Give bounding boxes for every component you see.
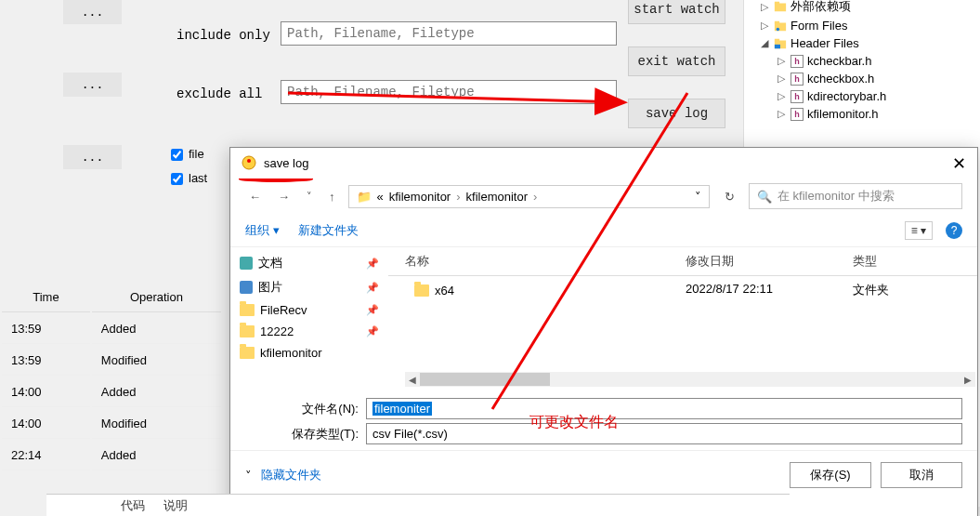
save-log-button[interactable]: save log: [628, 99, 725, 128]
col-time: Time: [2, 283, 90, 312]
breadcrumb[interactable]: 📁 « kfilemonitor› kfilemonitor› ˅: [348, 185, 711, 208]
last-checkbox[interactable]: last: [171, 171, 207, 186]
col-op: Operation: [92, 283, 221, 312]
refresh-icon[interactable]: ↻: [719, 190, 739, 204]
table-row: 13:59Added: [2, 314, 221, 344]
quick-access: 文档📌 图片📌 FileRecv📌 12222📌 kfilemonitor: [230, 247, 388, 387]
organize-menu[interactable]: 组织 ▾: [245, 222, 280, 239]
quick-12222[interactable]: 12222📌: [240, 321, 379, 342]
tree-file[interactable]: ▷hkcheckbar.h: [748, 52, 976, 70]
quick-filerecv[interactable]: FileRecv📌: [240, 299, 379, 321]
nav-up-icon[interactable]: ↑: [325, 190, 339, 204]
exclude-input[interactable]: [281, 80, 617, 104]
new-folder-button[interactable]: 新建文件夹: [298, 222, 359, 239]
annotation-underline: [239, 177, 313, 182]
dialog-title: save log: [264, 156, 308, 170]
help-icon[interactable]: ?: [946, 222, 962, 239]
annotation-text: 可更改文件名: [529, 413, 619, 432]
start-watch-button[interactable]: start watch: [628, 0, 725, 24]
tree-ext-deps[interactable]: ▷外部依赖项: [748, 0, 976, 17]
svg-rect-0: [775, 4, 786, 12]
table-row: 14:00Added: [2, 377, 221, 407]
nav-back-icon[interactable]: ←: [245, 190, 265, 204]
col-name[interactable]: 名称: [388, 253, 686, 270]
browse-button-2[interactable]: ...: [63, 73, 122, 97]
search-icon: 🔍: [757, 190, 772, 204]
filename-label: 文件名(N):: [245, 401, 366, 417]
h-scrollbar[interactable]: ◀▶: [405, 372, 975, 387]
table-row: 14:00Modified: [2, 409, 221, 439]
col-type[interactable]: 类型: [853, 253, 977, 270]
svg-rect-6: [775, 38, 779, 41]
folder-icon: [414, 284, 429, 297]
quick-km[interactable]: kfilemonitor: [240, 342, 379, 364]
quick-docs[interactable]: 文档📌: [240, 251, 379, 275]
table-row: 22:14Added: [2, 441, 221, 470]
view-button[interactable]: ≡ ▾: [905, 221, 933, 240]
svg-rect-1: [775, 2, 779, 5]
chevron-down-icon[interactable]: ˅: [245, 469, 252, 483]
file-checkbox[interactable]: file: [171, 147, 204, 162]
filetype-label: 保存类型(T):: [245, 426, 366, 443]
svg-rect-11: [240, 281, 253, 294]
svg-rect-10: [240, 257, 253, 270]
tree-form-files[interactable]: ▷Form Files: [748, 17, 976, 34]
browse-button-1[interactable]: ...: [63, 0, 122, 24]
cancel-button[interactable]: 取消: [881, 462, 962, 488]
tab-desc[interactable]: 说明: [163, 497, 188, 514]
file-row[interactable]: x64 2022/8/17 22:11 文件夹: [388, 276, 977, 304]
bottom-tabs: 代码 说明: [46, 494, 790, 516]
filetype-select[interactable]: csv File(*.csv): [366, 423, 962, 444]
tab-code[interactable]: 代码: [121, 497, 145, 514]
tree-file[interactable]: ▷hkfilemonitor.h: [748, 105, 976, 123]
search-input[interactable]: 🔍 在 kfilemonitor 中搜索: [749, 183, 962, 209]
include-input[interactable]: [281, 21, 617, 46]
nav-fwd-icon[interactable]: →: [274, 190, 294, 204]
svg-point-4: [777, 27, 780, 31]
log-table: TimeOperation 13:59Added 13:59Modified 1…: [0, 281, 223, 472]
save-dialog: save log ✕ ← → ˅ ↑ 📁 « kfilemonitor› kfi…: [229, 147, 978, 516]
nav-recent-icon[interactable]: ˅: [303, 191, 316, 203]
tree-header-files[interactable]: ◢Header Files: [748, 34, 976, 52]
folder-icon: 📁: [357, 190, 372, 204]
save-button[interactable]: 保存(S): [790, 462, 871, 488]
svg-point-9: [247, 159, 251, 163]
hide-folders-link[interactable]: 隐藏文件夹: [261, 467, 780, 483]
browse-button-3[interactable]: ...: [63, 145, 122, 169]
exclude-label: exclude all: [176, 86, 262, 101]
filename-input[interactable]: filemoniter: [366, 398, 962, 419]
col-date[interactable]: 修改日期: [686, 253, 853, 270]
close-icon[interactable]: ✕: [952, 153, 966, 174]
tree-file[interactable]: ▷hkdirectorybar.h: [748, 87, 976, 105]
svg-rect-3: [775, 20, 779, 23]
exit-watch-button[interactable]: exit watch: [628, 46, 725, 76]
app-icon: [242, 155, 256, 170]
svg-rect-7: [775, 44, 780, 47]
tree-file[interactable]: ▷hkcheckbox.h: [748, 70, 976, 87]
file-list: 名称 修改日期 类型 x64 2022/8/17 22:11 文件夹 ◀▶: [388, 247, 977, 387]
table-row: 13:59Modified: [2, 346, 221, 376]
quick-pics[interactable]: 图片📌: [240, 275, 379, 299]
include-label: include only: [176, 28, 270, 43]
